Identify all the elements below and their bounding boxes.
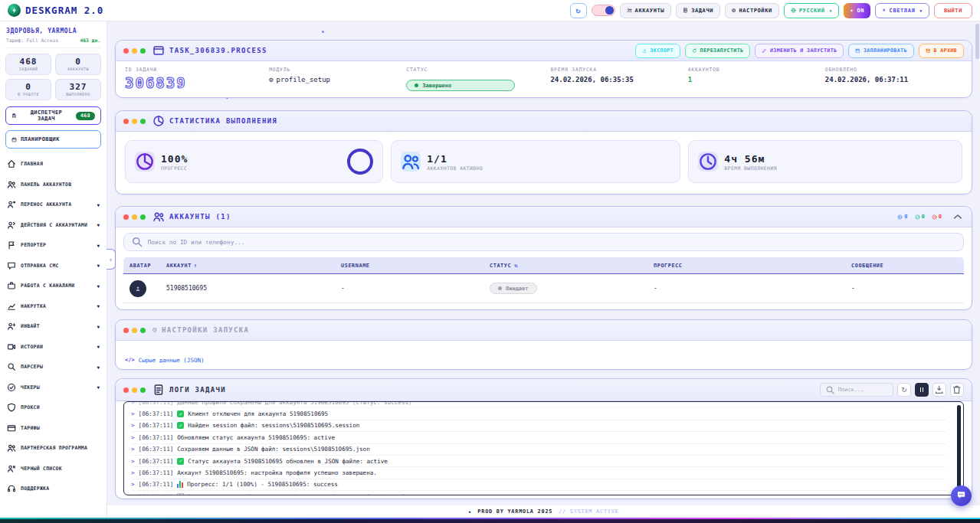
finish-flag-icon bbox=[177, 493, 184, 495]
username-cell: - bbox=[341, 285, 490, 292]
success-counter: 0 bbox=[915, 214, 925, 220]
deskgram-app: DESKGRAM 2.0 ↻ АККАУНТЫ ЗАДАЧИ ⚙НАСТРОЙК… bbox=[0, 0, 980, 523]
main-scrollbar[interactable] bbox=[975, 24, 979, 59]
accounts-panel-header: АККАУНТЫ (1) 0 0 0 bbox=[116, 207, 972, 227]
log-line: >[06:37:11]✓Статус аккаунта 51908510695 … bbox=[131, 456, 946, 467]
main-area: TASK_306839.PROCESS ЭКСПОРТ ПЕРЕЗАПУСТИТ… bbox=[107, 21, 980, 518]
logs-panel: ЛОГИ ЗАДАЧИ ↻ >[06:37:11]Данные профиля … bbox=[115, 378, 972, 499]
accounts-search-input[interactable] bbox=[148, 239, 956, 246]
raw-json-link[interactable]: </> Сырые данные (JSON) bbox=[125, 357, 204, 364]
sidebar-item-checkers[interactable]: ЧЕКЕРЫ▼ bbox=[5, 378, 101, 398]
edit-and-run-button[interactable]: ИЗМЕНИТЬ И ЗАПУСТИТЬ bbox=[755, 44, 844, 58]
users-icon bbox=[627, 8, 632, 13]
task-panel: TASK_306839.PROCESS ЭКСПОРТ ПЕРЕЗАПУСТИТ… bbox=[115, 40, 972, 98]
autoscroll-toggle-button[interactable] bbox=[915, 383, 929, 397]
log-line: >[06:37:11]Сохраняем данные в JSON файл:… bbox=[131, 444, 946, 456]
sidebar-item-reporter[interactable]: РЕПОРТЕР▼ bbox=[5, 235, 101, 256]
clipboard-icon bbox=[11, 113, 17, 119]
running-counter: 0 bbox=[897, 214, 907, 220]
sparkles-icon: ✦ bbox=[850, 8, 854, 14]
logs-refresh-button[interactable]: ↻ bbox=[897, 383, 911, 397]
chart-icon bbox=[7, 302, 16, 311]
code-icon: </> bbox=[125, 357, 135, 363]
logs-download-button[interactable] bbox=[932, 383, 946, 397]
planner-button[interactable]: ПЛАНИРОВЩИК bbox=[5, 130, 101, 149]
field-start-time: ВРЕМЯ ЗАПУСКА24.02.2026, 06:35:35 bbox=[550, 67, 687, 91]
user-plus-icon bbox=[7, 322, 16, 331]
sidebar-item-tariffs[interactable]: ТАРИФЫ bbox=[5, 418, 101, 439]
task-dispatcher-button[interactable]: ДИСПЕТЧЕР ЗАДАЧ 468 bbox=[5, 106, 101, 125]
calendar-icon bbox=[855, 48, 860, 54]
account-row[interactable]: 51908510695 - Ожидает - - bbox=[123, 274, 964, 303]
settings-button[interactable]: ⚙НАСТРОЙКИ bbox=[725, 3, 779, 18]
sidebar-item-channels[interactable]: РАБОТА С КАНАЛАМИ▼ bbox=[5, 276, 101, 296]
accounts-button[interactable]: АККАУНТЫ bbox=[620, 3, 672, 18]
status-badge: Завершено bbox=[406, 80, 515, 91]
sidebar-item-invite[interactable]: ИНВАЙТ▼ bbox=[5, 316, 101, 337]
chevron-down-icon: ▼ bbox=[97, 324, 100, 329]
support-chat-button[interactable] bbox=[951, 485, 972, 506]
statistics-panel: СТАТИСТИКА ВЫПОЛНЕНИЯ 100%ПРОГРЕСС 1/1АК… bbox=[115, 110, 972, 194]
refresh-icon: ↻ bbox=[575, 7, 581, 15]
statistics-panel-header: СТАТИСТИКА ВЫПОЛНЕНИЯ bbox=[116, 111, 972, 132]
bottom-accent-bar bbox=[0, 518, 980, 523]
stat-accounts: 0АККАУНТЫ bbox=[55, 54, 101, 75]
execution-time-card: 4ч 56мВРЕМЯ ВЫПОЛНЕНИЯ bbox=[688, 140, 962, 183]
headset-icon bbox=[7, 484, 16, 493]
sidebar-item-stories[interactable]: ИСТОРИИ▼ bbox=[5, 337, 101, 358]
check-icon: ✓ bbox=[177, 458, 184, 465]
log-scrollbar[interactable] bbox=[957, 405, 961, 492]
logs-clear-button[interactable] bbox=[950, 383, 964, 397]
tasks-button[interactable]: ЗАДАЧИ bbox=[676, 3, 720, 18]
task-id-value: 306839 bbox=[125, 76, 269, 90]
accounts-table-header: АВАТАР АККАУНТ↑ USERNAME СТАТУС↑↓ ПРОГРЕ… bbox=[123, 257, 964, 274]
sidebar-item-home[interactable]: ГЛАВНАЯ bbox=[5, 154, 101, 175]
logs-toolbar: ↻ bbox=[820, 383, 964, 397]
sidebar-item-proxy[interactable]: ПРОКСИ bbox=[5, 397, 101, 418]
sidebar-item-account-actions[interactable]: ДЕЙСТВИЯ С АККАУНТАМИ▼ bbox=[5, 215, 101, 236]
app-title: DESKGRAM 2.0 bbox=[25, 5, 103, 16]
sidebar-item-accounts-panel[interactable]: ПАНЕЛЬ АККАУНТОВ bbox=[5, 175, 101, 195]
logout-button[interactable]: ВЫЙТИ bbox=[934, 3, 972, 18]
logs-search-input[interactable] bbox=[838, 387, 888, 393]
refresh-button[interactable]: ↻ bbox=[570, 3, 587, 18]
terminal-window-icon bbox=[152, 44, 165, 57]
effects-on-button[interactable]: ✦ON bbox=[844, 3, 870, 18]
top-bar-actions: ↻ АККАУНТЫ ЗАДАЧИ ⚙НАСТРОЙКИ РУССКИЙ▼ ✦O… bbox=[570, 3, 972, 18]
footer-bullet: ▪ bbox=[469, 509, 472, 514]
sidebar-item-support[interactable]: ПОДДЕРЖКА bbox=[5, 479, 101, 499]
sidebar-item-parsers[interactable]: ПАРСЕРЫ▼ bbox=[5, 357, 101, 378]
progress-ring bbox=[347, 149, 373, 175]
chevron-down-icon: ▼ bbox=[829, 8, 832, 13]
restart-button[interactable]: ПЕРЕЗАПУСТИТЬ bbox=[685, 44, 750, 58]
flag-icon bbox=[7, 240, 16, 250]
export-button[interactable]: ЭКСПОРТ bbox=[635, 44, 680, 58]
schedule-button[interactable]: ЗАПЛАНИРОВАТЬ bbox=[848, 44, 913, 58]
archive-button[interactable]: В АРХИВ bbox=[919, 44, 964, 58]
theme-button[interactable]: ☀СВЕТЛАЯ▼ bbox=[875, 3, 929, 18]
users-icon bbox=[401, 152, 421, 172]
collapse-panel-button[interactable] bbox=[952, 211, 964, 223]
field-module: МОДУЛЬ⚙profile_setup bbox=[269, 67, 406, 91]
sidebar-item-sms[interactable]: ОТПРАВКА СМС▼ bbox=[5, 256, 101, 276]
bar-chart-icon bbox=[177, 481, 183, 488]
chevron-down-icon: ▼ bbox=[919, 8, 923, 13]
log-output[interactable]: >[06:37:11]Данные профиля сохранены для … bbox=[123, 401, 964, 495]
sidebar-item-partner-program[interactable]: ПАРТНЕРСКАЯ ПРОГРАММА bbox=[5, 438, 101, 459]
col-status[interactable]: СТАТУС↑↓ bbox=[490, 263, 654, 269]
field-accounts-count: АККАУНТОВ1 bbox=[688, 67, 825, 91]
accounts-search-row bbox=[116, 227, 972, 253]
sidebar-collapse-handle[interactable]: ‹ bbox=[107, 249, 116, 270]
sun-icon: ☀ bbox=[882, 8, 886, 14]
header-toggle[interactable] bbox=[592, 5, 615, 16]
sidebar-item-account-transfer[interactable]: ПЕРЕНОС АККАУНТА▼ bbox=[5, 194, 101, 215]
language-button[interactable]: РУССКИЙ▼ bbox=[784, 3, 839, 18]
accounts-button-label: АККАУНТЫ bbox=[635, 8, 665, 14]
col-account[interactable]: АККАУНТ↑ bbox=[166, 263, 341, 269]
log-line: >[06:37:11]✓Клиент отключен для аккаунта… bbox=[131, 408, 946, 420]
run-settings-header: ⚙ НАСТРОЙКИ ЗАПУСКА bbox=[116, 320, 972, 341]
check-icon: ✓ bbox=[177, 422, 184, 429]
col-message: СООБЩЕНИЕ bbox=[851, 263, 964, 269]
sidebar-item-boost[interactable]: НАКРУТКА▼ bbox=[5, 296, 101, 317]
sidebar-item-blacklist[interactable]: ЧЕРНЫЙ СПИСОК bbox=[5, 459, 101, 479]
